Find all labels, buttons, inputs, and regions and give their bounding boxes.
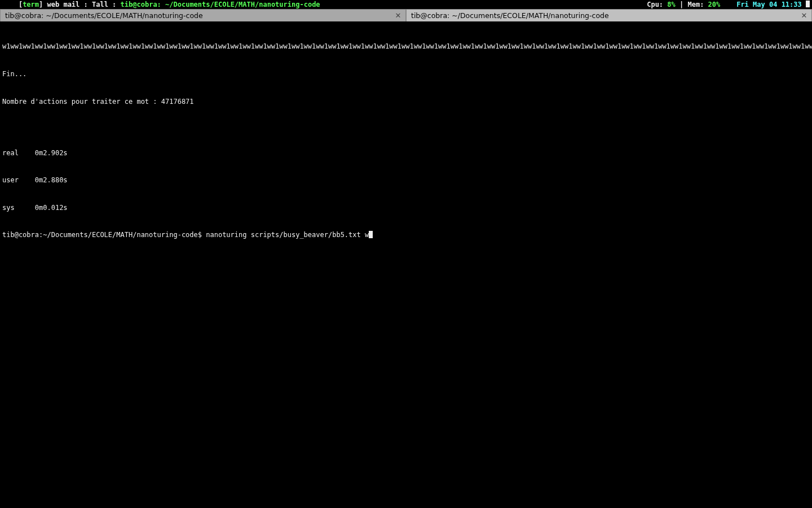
tab-bar: tib@cobra: ~/Documents/ECOLE/MATH/nanotu…	[0, 9, 812, 21]
close-icon[interactable]: ✕	[800, 12, 808, 20]
status-bar: [term] web mail : Tall : tib@cobra: ~/Do…	[0, 0, 812, 9]
close-icon[interactable]: ✕	[394, 12, 402, 20]
terminal-tab-1[interactable]: tib@cobra: ~/Documents/ECOLE/MATH/nanotu…	[0, 9, 406, 21]
prompt-text: tib@cobra:~/Documents/ECOLE/MATH/nanotur…	[2, 231, 369, 239]
terminal-tab-2[interactable]: tib@cobra: ~/Documents/ECOLE/MATH/nanotu…	[406, 9, 812, 21]
cpu-value: 8%	[667, 1, 675, 8]
actions-line: Nombre d'actions pour traiter ce mot : 4…	[2, 97, 810, 106]
status-desktops: web mail :	[43, 1, 92, 8]
mem-label: Mem:	[687, 1, 708, 8]
fin-line: Fin...	[2, 69, 810, 78]
status-right: Cpu: 8% | Mem: 20% Fri May 04 11:33	[647, 1, 810, 8]
status-spacer	[720, 1, 736, 8]
clock: Fri May 04 11:33	[736, 1, 802, 8]
prompt-line[interactable]: tib@cobra:~/Documents/ECOLE/MATH/nanotur…	[2, 230, 810, 239]
terminal-viewport[interactable]: w1ww1ww1ww1ww1ww1ww1ww1ww1ww1ww1ww1ww1ww…	[0, 21, 812, 508]
clock-cursor	[806, 1, 810, 7]
tab-title: tib@cobra: ~/Documents/ECOLE/MATH/nanotu…	[411, 11, 800, 20]
status-sep: :	[108, 1, 121, 8]
cpu-label: Cpu:	[647, 1, 667, 8]
cpu-sep: |	[676, 1, 688, 8]
time-sys: sys 0m0.012s	[2, 203, 810, 212]
tab-title: tib@cobra: ~/Documents/ECOLE/MATH/nanotu…	[5, 11, 394, 20]
status-title: tib@cobra: ~/Documents/ECOLE/MATH/nanotu…	[121, 1, 320, 8]
time-user: user 0m2.880s	[2, 176, 810, 185]
mem-value: 20%	[708, 1, 721, 8]
turing-tape-output: w1ww1ww1ww1ww1ww1ww1ww1ww1ww1ww1ww1ww1ww…	[2, 42, 810, 51]
status-layout: Tall	[92, 1, 108, 8]
cursor-icon	[369, 231, 373, 238]
clock-pad	[802, 1, 806, 8]
time-real: real 0m2.902s	[2, 148, 810, 157]
status-app: term	[23, 1, 39, 8]
